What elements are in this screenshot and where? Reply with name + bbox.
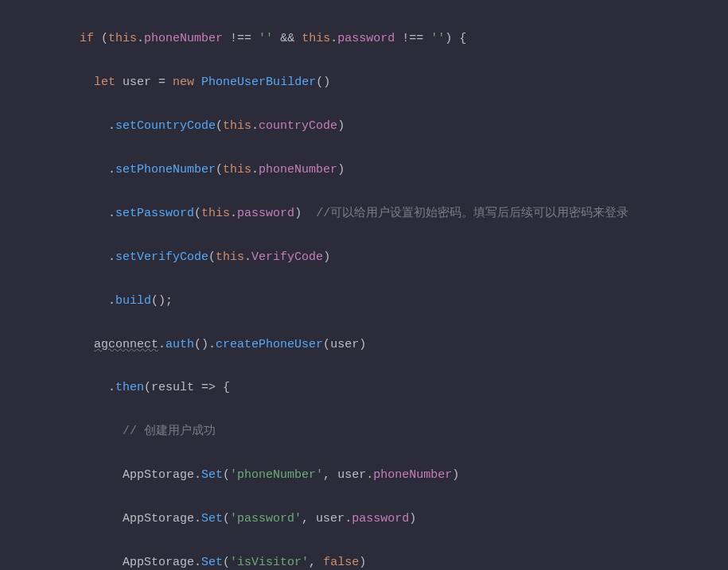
code-line: .setPhoneNumber(this.phoneNumber) (0, 159, 728, 180)
code-line: .setVerifyCode(this.VerifyCode) (0, 246, 728, 268)
code-line: .then(result => { (0, 377, 728, 398)
code-line: .build(); (0, 290, 728, 312)
code-line: if (this.phoneNumber !== '' && this.pass… (0, 28, 728, 49)
code-line: // 创建用户成功 (0, 421, 728, 442)
code-line: .setCountryCode(this.countryCode) (0, 115, 728, 137)
code-line: agconnect.auth().createPhoneUser(user) (0, 334, 728, 355)
code-line: AppStorage.Set('isVisitor', false) (0, 552, 728, 570)
class-phoneuserbuilder: PhoneUserBuilder (201, 76, 316, 89)
code-line: let user = new PhoneUserBuilder() (0, 72, 728, 93)
code-line: AppStorage.Set('password', user.password… (0, 508, 728, 529)
comment: // 创建用户成功 (123, 425, 216, 438)
code-editor[interactable]: if (this.phoneNumber !== '' && this.pass… (0, 0, 728, 570)
keyword-if: if (80, 32, 94, 45)
code-line: AppStorage.Set('phoneNumber', user.phone… (0, 464, 728, 486)
code-line: .setPassword(this.password) //可以给用户设置初始密… (0, 203, 728, 224)
comment: //可以给用户设置初始密码。填写后后续可以用密码来登录 (316, 207, 629, 220)
